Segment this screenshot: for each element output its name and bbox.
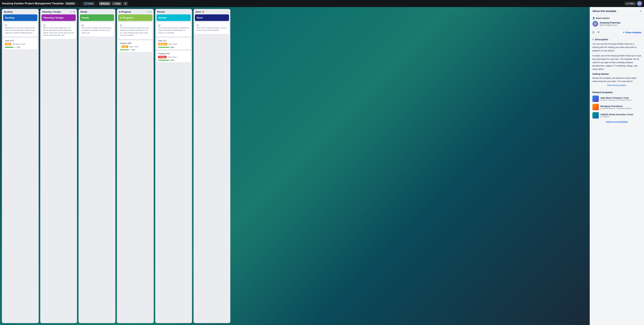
list-review-header: Review bbox=[155, 9, 192, 14]
list-review-title: Review bbox=[157, 10, 165, 13]
table-view-button[interactable]: ≡ Table bbox=[112, 2, 122, 6]
badge-team-ops: Operations Team bbox=[12, 43, 26, 45]
planning-colored-header: Planning / Design bbox=[42, 14, 76, 21]
card-desc-done[interactable]: 💬 Once work is ready to release, move to… bbox=[195, 22, 229, 34]
list-review-cards: 💬 List of work that has been completed b… bbox=[155, 22, 192, 323]
ready-desc-text: Move cards to Ready when planning is com… bbox=[82, 27, 112, 34]
list-inprogress-title: In Progress bbox=[119, 10, 131, 13]
main-area: Backlog Backlog 💬 Staging area to put wo… bbox=[0, 7, 644, 325]
admin-initials: AP bbox=[594, 23, 597, 25]
related-item-unicef[interactable]: UNICEF Global Innovation Centre by UNICE… bbox=[592, 112, 642, 118]
chat-icon: 💬 bbox=[5, 24, 7, 26]
backlog-colored-header: Backlog bbox=[3, 14, 38, 21]
list-planning-header: Planning / Design 2 / 10 bbox=[40, 9, 77, 14]
star-icon[interactable]: ☆ bbox=[77, 2, 79, 5]
more-views-button[interactable]: ▾ bbox=[123, 2, 128, 6]
done-colored-header: Done bbox=[195, 14, 229, 21]
board-view-button[interactable]: ⊞ Board bbox=[99, 2, 110, 6]
list-planning-count: 2 / 10 bbox=[70, 11, 75, 13]
related-info-agile: Agile Board Template | Trello by Lyndi T… bbox=[600, 97, 633, 101]
share-label: Share template bbox=[626, 31, 642, 34]
card-desc-ready[interactable]: 💬 Move cards to Ready when planning is c… bbox=[80, 22, 114, 36]
list-backlog-header: Backlog bbox=[2, 9, 39, 14]
progress-text-123: 100% bbox=[170, 46, 174, 48]
card-task-123[interactable]: Task 123 Medium Sales Team 100% bbox=[156, 38, 191, 50]
card-feature-xyz-footer: Critical Sales Team bbox=[158, 56, 189, 58]
badge-high-abc: High bbox=[122, 46, 128, 48]
related-thumb-agile bbox=[592, 96, 599, 102]
template-badge: Template bbox=[65, 2, 76, 5]
related-item-translations[interactable]: Managing Translations by Denise Shimoni,… bbox=[592, 104, 642, 110]
chat-icon-review: 💬 bbox=[158, 24, 160, 26]
related-thumb-unicef bbox=[592, 112, 599, 118]
badge-high: High bbox=[5, 43, 11, 46]
review-colored-header: Review bbox=[156, 14, 191, 21]
card-feature-xyz[interactable]: Feature XYZ Critical Sales Team 100% bbox=[156, 51, 191, 62]
desc-title: ≡ Description bbox=[592, 38, 642, 41]
card-task-xyz[interactable]: Task XYZ High Operations Team 75% bbox=[3, 38, 38, 50]
panel-title: About this template bbox=[592, 10, 616, 12]
card-task-123-footer: Medium Sales Team bbox=[158, 43, 189, 46]
progress-fill-123 bbox=[158, 47, 169, 48]
related-by-translations: by Denise Shimoni, Localization Manag... bbox=[600, 107, 633, 109]
backlog-desc-text: Staging area to put work to plan for the… bbox=[5, 27, 36, 34]
getting-started-title: Getting Started bbox=[592, 73, 642, 75]
header-right: ⊡ Filter AP bbox=[624, 1, 642, 6]
badge-critical-xyz: Critical bbox=[158, 56, 166, 58]
chat-icon-ready: 💬 bbox=[82, 24, 84, 26]
progress-text-abc: 80% bbox=[132, 49, 135, 51]
header-separator2 bbox=[97, 2, 97, 6]
board-title: Amazing Kanban Project Management Templa… bbox=[2, 2, 64, 5]
badge-medium-123: Medium bbox=[158, 43, 168, 46]
copy-icon[interactable]: ⧉ bbox=[592, 31, 594, 34]
chat-icon-inprogress: 💬 bbox=[120, 24, 122, 26]
related-name-unicef: UNICEF Global Innovation Centre bbox=[600, 113, 634, 116]
card-feature-xyz-title: Feature XYZ bbox=[158, 52, 189, 55]
badge-team-sales-abc: Sales Team bbox=[129, 46, 138, 48]
list-done-title: Done 🎉 bbox=[196, 10, 204, 13]
close-button[interactable]: × bbox=[640, 9, 642, 13]
card-task-xyz-title: Task XYZ bbox=[5, 40, 36, 42]
badge-team-sales-xyz: Sales Team bbox=[168, 56, 177, 58]
share-template-button[interactable]: ↗ Share template bbox=[622, 31, 642, 34]
show-full-description-link[interactable]: Show full description. bbox=[592, 84, 642, 86]
board-icon: ⊞ bbox=[100, 2, 102, 5]
public-button[interactable]: 🌐 Public bbox=[83, 2, 95, 6]
done-desc-text: Once work is ready to release, move to D… bbox=[196, 27, 228, 32]
card-desc-inprogress[interactable]: 💬 Track the work that is being done and … bbox=[118, 22, 152, 39]
progress-fill-xyz bbox=[158, 60, 169, 61]
filter-button[interactable]: ⊡ Filter bbox=[624, 2, 636, 6]
desc-icon: ≡ bbox=[592, 38, 594, 41]
card-desc-planning[interactable]: 💬 Move a card to this stage when it is t… bbox=[42, 22, 76, 39]
header-separator bbox=[81, 2, 81, 6]
list-inprogress-header: In Progress 3 / 10 bbox=[117, 9, 154, 14]
eye-icon[interactable]: 👁 bbox=[597, 31, 600, 34]
related-item-agile[interactable]: Agile Board Template | Trello by Lyndi T… bbox=[592, 96, 642, 102]
card-feature-abc[interactable]: Feature ABC ≡ High Sales Team 80% bbox=[118, 40, 152, 52]
admin-row: AP Amazing PowerUps @amazingpowerups bbox=[592, 21, 642, 27]
avatar[interactable]: AP bbox=[637, 1, 642, 6]
inprogress-colored-header: In Progress bbox=[118, 14, 152, 21]
about-panel: About this template × 👤 Board admins AP … bbox=[590, 7, 644, 325]
list-done-header: Done 🎉 bbox=[194, 9, 230, 14]
list-done-cards: 💬 Once work is ready to release, move to… bbox=[194, 22, 230, 323]
card-desc-review[interactable]: 💬 List of work that has been completed b… bbox=[156, 22, 191, 36]
progress-track bbox=[5, 47, 16, 48]
related-info-translations: Managing Translations by Denise Shimoni,… bbox=[600, 105, 633, 109]
card-desc-backlog[interactable]: 💬 Staging area to put work to plan for t… bbox=[3, 22, 38, 36]
table-label: Table bbox=[115, 2, 120, 5]
feature-abc-progress: 80% bbox=[120, 49, 151, 51]
filter-label: Filter bbox=[629, 2, 634, 5]
admin-avatar: AP bbox=[592, 21, 598, 27]
explore-more-link[interactable]: Explore more templates bbox=[592, 120, 642, 123]
getting-started-text: Review the template and determine which … bbox=[592, 76, 642, 83]
desc-para1: You can use this Amazing Kanban board as… bbox=[592, 42, 642, 52]
list-planning: Planning / Design 2 / 10 Planning / Desi… bbox=[40, 9, 77, 323]
chat-icon-planning: 💬 bbox=[43, 24, 46, 26]
progress-fill-abc bbox=[120, 49, 129, 50]
list-icon: ≡ bbox=[120, 46, 121, 48]
public-label: Public bbox=[88, 2, 93, 5]
card-task-123-title: Task 123 bbox=[158, 40, 189, 42]
related-info-unicef: UNICEF Global Innovation Centre by UNICE… bbox=[600, 113, 634, 118]
list-inprogress-cards: 💬 Track the work that is being done and … bbox=[117, 22, 154, 323]
